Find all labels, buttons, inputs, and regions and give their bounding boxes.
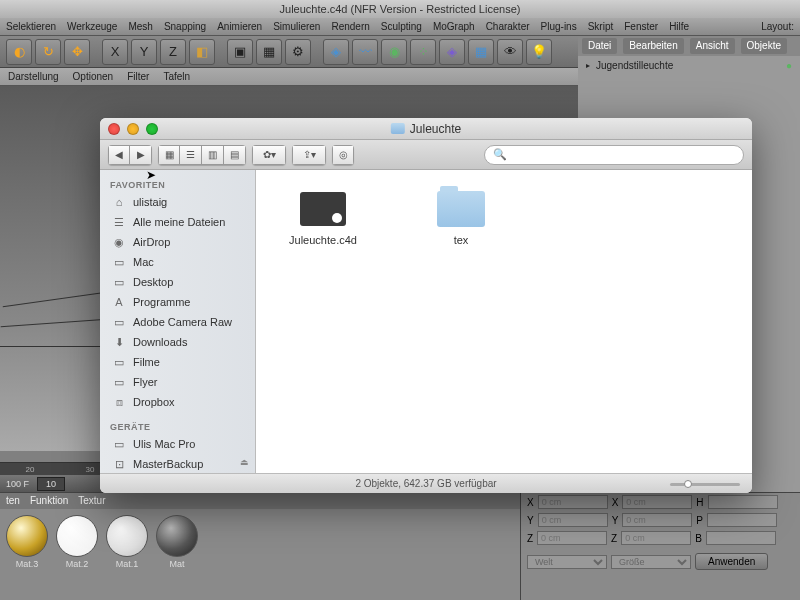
finder-titlebar[interactable]: Juleuchte [100,118,752,140]
sidebar-item-downloads[interactable]: ⬇Downloads [100,332,255,352]
sb-icon: ⊡ [112,457,126,471]
groesse-select[interactable]: Größe [611,555,691,569]
welt-select[interactable]: Welt [527,555,607,569]
folder-tex[interactable]: tex [422,190,500,246]
tool-deform-icon[interactable]: ◈ [439,39,465,65]
share-button[interactable]: ⇪▾ [292,145,326,165]
search-field[interactable]: 🔍 [484,145,744,165]
sidebar-device-masterbackup[interactable]: ⊡MasterBackup [100,454,255,473]
p-rot[interactable] [707,513,777,527]
sidebar-item-flyer[interactable]: ▭Flyer [100,372,255,392]
view-columns-button[interactable]: ▥ [202,145,224,165]
anwenden-button[interactable]: Anwenden [695,553,768,570]
tool-clap-icon[interactable]: ▦ [256,39,282,65]
search-input[interactable] [511,149,735,161]
scene-object[interactable]: Jugendstilleuchte ● [578,56,800,75]
z-size[interactable] [621,531,691,545]
eject-icon[interactable]: ⏏ [240,457,249,467]
sidebar-item-adobe-camera-raw[interactable]: ▭Adobe Camera Raw [100,312,255,332]
view-list-button[interactable]: ☰ [180,145,202,165]
tags-button[interactable]: ◎ [332,145,354,165]
y-pos[interactable] [538,513,608,527]
tool-cam-icon[interactable]: 👁 [497,39,523,65]
mtab-1[interactable]: ten [6,493,20,509]
menu-fenster[interactable]: Fenster [624,18,658,35]
z-pos[interactable] [537,531,607,545]
folder-icon [391,123,405,134]
material-mat.2[interactable]: Mat.2 [54,513,100,569]
view-cover-button[interactable]: ▤ [224,145,246,165]
sidebar-item-dropbox[interactable]: ⧈Dropbox [100,392,255,412]
tool-env-icon[interactable]: ▦ [468,39,494,65]
menu-snapping[interactable]: Snapping [164,18,206,35]
menu-mesh[interactable]: Mesh [128,18,152,35]
rtab-ansicht[interactable]: Ansicht [690,38,735,54]
mtab-2[interactable]: Funktion [30,493,68,509]
menu-skript[interactable]: Skript [588,18,614,35]
tool-1-icon[interactable]: ◐ [6,39,32,65]
view-icons-button[interactable]: ▦ [158,145,180,165]
subtab-darstellung[interactable]: Darstellung [8,68,59,85]
x-pos[interactable] [538,495,608,509]
subtab-tafeln[interactable]: Tafeln [163,68,190,85]
sidebar-item-desktop[interactable]: ▭Desktop [100,272,255,292]
b-label: B [695,533,702,544]
mtab-3[interactable]: Textur [78,493,105,509]
action-button[interactable]: ✿▾ [252,145,286,165]
subtab-filter[interactable]: Filter [127,68,149,85]
tool-y-icon[interactable]: Y [131,39,157,65]
nav-fwd-button[interactable]: ▶ [130,145,152,165]
sidebar-device-ulis-mac-pro[interactable]: ▭Ulis Mac Pro [100,434,255,454]
material-mat[interactable]: Mat [154,513,200,569]
tool-2-icon[interactable]: ↻ [35,39,61,65]
tool-z-icon[interactable]: Z [160,39,186,65]
zoom-button[interactable] [146,123,158,135]
menu-werkzeuge[interactable]: Werkzeuge [67,18,117,35]
close-button[interactable] [108,123,120,135]
tool-move-icon[interactable]: ✥ [64,39,90,65]
menu-simulieren[interactable]: Simulieren [273,18,320,35]
rtab-bearbeiten[interactable]: Bearbeiten [623,38,683,54]
tool-nurbs-icon[interactable]: ◉ [381,39,407,65]
tl-20: 20 [0,465,60,474]
tool-light-icon[interactable]: 💡 [526,39,552,65]
h-rot[interactable] [708,495,778,509]
material-mat.1[interactable]: Mat.1 [104,513,150,569]
menu-rendern[interactable]: Rendern [331,18,369,35]
sidebar-item-ulistaig[interactable]: ⌂ulistaig [100,192,255,212]
menu-plugins[interactable]: Plug-ins [541,18,577,35]
tool-spline-icon[interactable]: 〰 [352,39,378,65]
object-label: Jugendstilleuchte [596,60,673,71]
file-juleuchte-c4d[interactable]: Juleuchte.c4d ➤ [284,190,362,246]
sidebar-item-airdrop[interactable]: ◉AirDrop [100,232,255,252]
rtab-datei[interactable]: Datei [582,38,617,54]
tool-prim-icon[interactable]: ◈ [323,39,349,65]
sidebar-item-alle-meine-dateien[interactable]: ☰Alle meine Dateien [100,212,255,232]
subtab-optionen[interactable]: Optionen [73,68,114,85]
sb-icon: ▭ [112,315,126,329]
x-size[interactable] [622,495,692,509]
sidebar-item-filme[interactable]: ▭Filme [100,352,255,372]
sidebar-item-mac[interactable]: ▭Mac [100,252,255,272]
rtab-objekte[interactable]: Objekte [741,38,787,54]
menu-charakter[interactable]: Charakter [486,18,530,35]
finder-content[interactable]: Juleuchte.c4d ➤ tex [256,170,752,473]
y-size[interactable] [622,513,692,527]
menu-hilfe[interactable]: Hilfe [669,18,689,35]
nav-back-button[interactable]: ◀ [108,145,130,165]
sidebar-item-programme[interactable]: AProgramme [100,292,255,312]
tool-array-icon[interactable]: ⁘ [410,39,436,65]
tool-cube-icon[interactable]: ◧ [189,39,215,65]
tool-x-icon[interactable]: X [102,39,128,65]
menu-mograph[interactable]: MoGraph [433,18,475,35]
frame-field[interactable]: 10 [37,477,65,491]
menu-selektieren[interactable]: Selektieren [6,18,56,35]
tool-render-icon[interactable]: ▣ [227,39,253,65]
minimize-button[interactable] [127,123,139,135]
menu-animieren[interactable]: Animieren [217,18,262,35]
material-mat.3[interactable]: Mat.3 [4,513,50,569]
icon-size-slider[interactable] [670,480,740,488]
menu-sculpting[interactable]: Sculpting [381,18,422,35]
b-rot[interactable] [706,531,776,545]
tool-set-icon[interactable]: ⚙ [285,39,311,65]
